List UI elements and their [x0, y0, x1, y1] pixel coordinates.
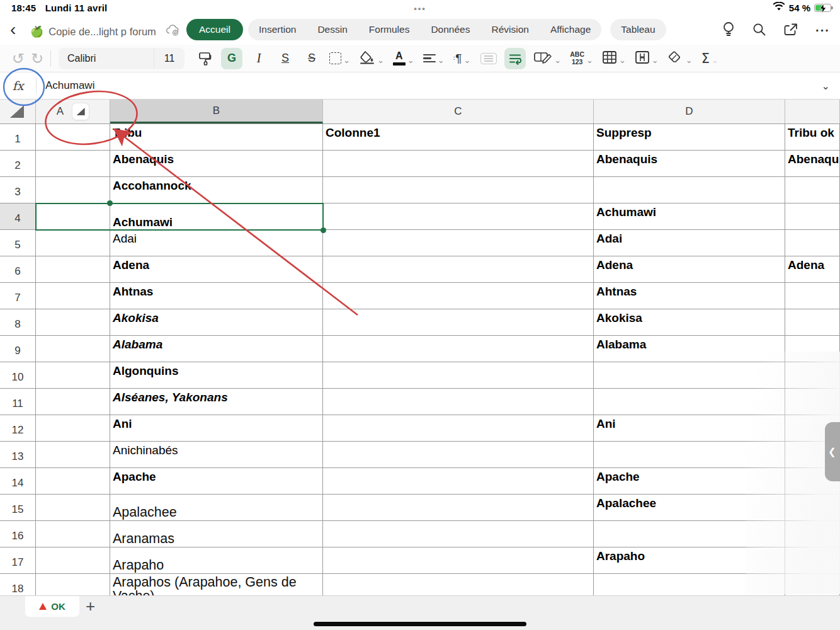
- cell-A1[interactable]: [36, 124, 110, 151]
- column-header-A[interactable]: A: [36, 100, 110, 123]
- cell-E5[interactable]: [785, 230, 840, 256]
- cell-style-control[interactable]: ⌄: [533, 50, 562, 67]
- chevron-down-icon[interactable]: ⌄: [586, 55, 593, 65]
- cell-B2[interactable]: Abenaquis: [110, 151, 323, 177]
- cell-C7[interactable]: [323, 283, 594, 309]
- chevron-down-icon[interactable]: ⌄: [619, 55, 626, 65]
- row-header-17[interactable]: 17: [0, 547, 36, 574]
- row-header-15[interactable]: 15: [0, 495, 36, 521]
- cell-A10[interactable]: [36, 362, 110, 389]
- cell-D17[interactable]: Arapaho: [594, 547, 785, 574]
- cell-A13[interactable]: [36, 442, 110, 468]
- cell-C12[interactable]: [323, 415, 594, 442]
- cell-B9[interactable]: Alabama: [110, 336, 323, 362]
- cell-B14[interactable]: Apache: [110, 468, 323, 495]
- chevron-down-icon[interactable]: ⌄: [438, 55, 445, 65]
- cell-B3[interactable]: Accohannock: [110, 177, 323, 203]
- cell-C18[interactable]: [323, 574, 594, 595]
- select-all-corner[interactable]: [0, 100, 36, 123]
- cell-B5[interactable]: Adai: [110, 230, 323, 256]
- cell-E3[interactable]: [785, 177, 840, 203]
- paragraph-control[interactable]: ∶¶ ⌄: [453, 52, 472, 66]
- bold-button[interactable]: G: [221, 48, 242, 69]
- cell-E15[interactable]: [785, 495, 840, 521]
- font-name-picker[interactable]: Calibri: [59, 53, 154, 64]
- cell-E17[interactable]: [785, 547, 840, 574]
- cell-D2[interactable]: Abenaquis: [594, 151, 785, 177]
- cell-D16[interactable]: [594, 521, 785, 547]
- cell-D15[interactable]: Apalachee: [594, 495, 785, 521]
- share-icon[interactable]: [783, 23, 798, 39]
- cell-A11[interactable]: [36, 389, 110, 415]
- row-header-11[interactable]: 11: [0, 389, 36, 415]
- tab-accueil[interactable]: Accueil: [186, 19, 243, 40]
- undo-icon[interactable]: ↺: [9, 48, 28, 69]
- cell-B7[interactable]: Ahtnas: [110, 283, 323, 309]
- tab-donnees[interactable]: Données: [420, 19, 480, 40]
- cell-E16[interactable]: [785, 521, 840, 547]
- font-size-picker[interactable]: 11: [154, 53, 184, 64]
- column-a-flag-button[interactable]: [72, 103, 89, 120]
- cell-D14[interactable]: Apache: [594, 468, 785, 495]
- row-header-5[interactable]: 5: [0, 230, 36, 256]
- cell-D13[interactable]: [594, 442, 785, 468]
- document-title[interactable]: Copie de...light p forum: [48, 26, 156, 38]
- cell-D18[interactable]: [594, 574, 785, 595]
- chevron-down-icon[interactable]: ⌄: [463, 55, 470, 65]
- clear-control[interactable]: ⌄: [667, 50, 694, 67]
- row-header-12[interactable]: 12: [0, 415, 36, 442]
- cell-E9[interactable]: [785, 336, 840, 362]
- cell-A7[interactable]: [36, 283, 110, 309]
- side-panel-handle[interactable]: ❮: [825, 422, 840, 481]
- cell-A4[interactable]: [36, 203, 110, 230]
- strikethrough-button[interactable]: S: [302, 48, 322, 69]
- cell-C11[interactable]: [323, 389, 594, 415]
- row-header-8[interactable]: 8: [0, 309, 36, 336]
- cell-B17[interactable]: Arapaho: [110, 547, 323, 574]
- cell-C14[interactable]: [323, 468, 594, 495]
- format-painter-icon[interactable]: [195, 48, 215, 69]
- row-header-4[interactable]: 4: [0, 203, 36, 230]
- tab-revision[interactable]: Révision: [480, 19, 539, 40]
- formula-expand-chevron-icon[interactable]: ⌄: [822, 80, 830, 92]
- column-header-D[interactable]: D: [594, 100, 785, 123]
- back-button[interactable]: ‹: [10, 19, 16, 40]
- cell-C6[interactable]: [323, 256, 594, 283]
- cell-E8[interactable]: [785, 309, 840, 336]
- cell-E7[interactable]: [785, 283, 840, 309]
- cell-B8[interactable]: Akokisa: [110, 309, 323, 336]
- cell-D11[interactable]: [594, 389, 785, 415]
- table-grid-control[interactable]: ⌄: [602, 50, 627, 67]
- cell-C15[interactable]: [323, 495, 594, 521]
- cell-C1[interactable]: Colonne1: [323, 124, 594, 151]
- cell-D9[interactable]: Alabama: [594, 336, 785, 362]
- tab-formules[interactable]: Formules: [358, 19, 421, 40]
- cell-D3[interactable]: [594, 177, 785, 203]
- cell-D5[interactable]: Adai: [594, 230, 785, 256]
- chevron-down-icon[interactable]: ⌄: [686, 55, 693, 65]
- cell-E11[interactable]: [785, 389, 840, 415]
- row-header-6[interactable]: 6: [0, 256, 36, 283]
- column-header-C[interactable]: C: [323, 100, 594, 123]
- cell-B13[interactable]: Anichinabés: [110, 442, 323, 468]
- tellme-lightbulb-icon[interactable]: [722, 21, 735, 40]
- cell-A18[interactable]: [36, 574, 110, 595]
- row-header-13[interactable]: 13: [0, 442, 36, 468]
- fill-color-control[interactable]: ⌄: [359, 50, 385, 67]
- chevron-down-icon[interactable]: ⌄: [554, 55, 561, 65]
- cell-C9[interactable]: [323, 336, 594, 362]
- row-header-16[interactable]: 16: [0, 521, 36, 547]
- cell-C5[interactable]: [323, 230, 594, 256]
- cell-A12[interactable]: [36, 415, 110, 442]
- cell-B1[interactable]: Tribu: [110, 124, 323, 151]
- cell-A6[interactable]: [36, 256, 110, 283]
- cell-B18[interactable]: Arapahos (Arapahoe, Gens de Vache): [110, 574, 323, 595]
- column-header-B[interactable]: B: [110, 100, 323, 123]
- chevron-down-icon[interactable]: ⌄: [652, 55, 659, 65]
- cell-A14[interactable]: [36, 468, 110, 495]
- row-header-2[interactable]: 2: [0, 151, 36, 177]
- autosum-control[interactable]: Σ ⌄: [701, 51, 720, 66]
- more-options-icon[interactable]: ···: [815, 23, 830, 38]
- cell-A16[interactable]: [36, 521, 110, 547]
- cell-C3[interactable]: [323, 177, 594, 203]
